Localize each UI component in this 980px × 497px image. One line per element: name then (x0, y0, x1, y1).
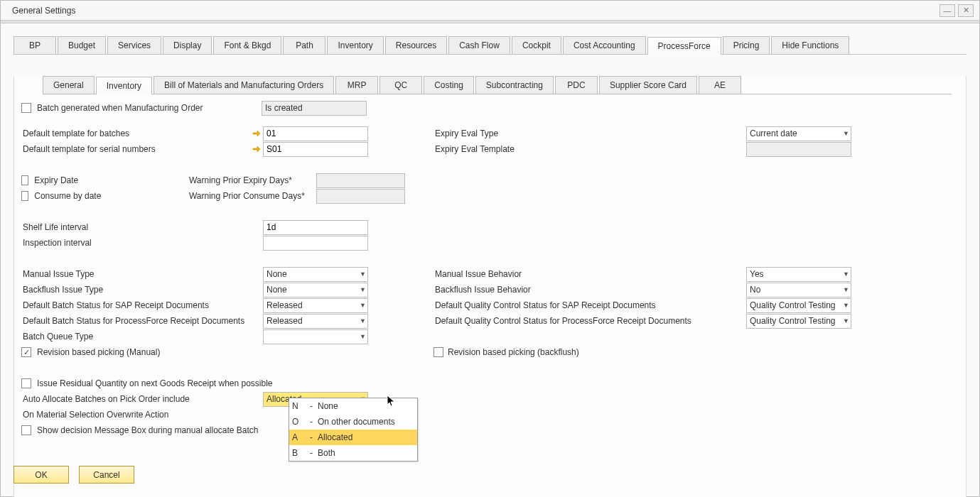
link-arrow-icon[interactable] (252, 129, 262, 138)
subtab-pdc[interactable]: PDC (555, 76, 598, 94)
expiry-eval-template-label: Expiry Eval Template (434, 144, 746, 154)
tab-resources[interactable]: Resources (385, 36, 447, 54)
inner-tab-bar: General Inventory Bill of Materials and … (43, 76, 952, 94)
expiry-eval-type-combo[interactable]: Current date ▼ (746, 126, 851, 141)
tab-path[interactable]: Path (283, 36, 325, 54)
warning-expiry-input[interactable] (316, 173, 405, 188)
subtab-supplier-score[interactable]: Supplier Score Card (599, 76, 697, 94)
inspection-interval-label: Inspection interval (21, 238, 263, 248)
expiry-eval-type-label: Expiry Eval Type (434, 129, 746, 138)
batch-generated-combo[interactable]: Is created (262, 101, 367, 116)
backflush-issue-behavior-combo[interactable]: No▼ (746, 283, 851, 297)
revision-backflush-checkbox[interactable] (434, 347, 443, 357)
tab-cashflow[interactable]: Cash Flow (448, 36, 510, 54)
window-title: General Settings (6, 6, 75, 16)
revision-manual-label: Revision based picking (Manual) (36, 347, 277, 357)
pf-batch-status-label: Default Batch Status for ProcessForce Re… (21, 316, 263, 326)
material-overwrite-label: On Material Selection Overwrite Action (21, 410, 263, 420)
manual-issue-type-combo[interactable]: None▼ (263, 267, 368, 282)
chevron-down-icon: ▼ (843, 286, 849, 293)
subtab-mrp[interactable]: MRP (335, 76, 378, 94)
tab-bp[interactable]: BP (14, 36, 56, 54)
chevron-down-icon: ▼ (843, 130, 849, 137)
warning-consume-input[interactable] (316, 189, 405, 204)
batch-queue-label: Batch Queue Type (21, 332, 263, 342)
default-template-serials-label: Default template for serial numbers (21, 144, 252, 154)
auto-allocate-dropdown: N - None O - On other documents A - Allo… (289, 398, 418, 462)
chevron-down-icon: ▼ (360, 286, 366, 293)
revision-backflush-label: Revision based picking (backflush) (448, 347, 579, 357)
backflush-issue-type-label: Backflush Issue Type (21, 285, 263, 295)
manual-issue-behavior-label: Manual Issue Behavior (434, 269, 746, 279)
tab-processforce[interactable]: ProcessForce (647, 37, 721, 55)
manual-issue-type-label: Manual Issue Type (21, 269, 263, 279)
sap-batch-status-label: Default Batch Status for SAP Receipt Doc… (21, 300, 263, 310)
chevron-down-icon: ▼ (360, 317, 366, 324)
subtab-general[interactable]: General (43, 76, 95, 94)
dropdown-option-allocated[interactable]: A - Allocated (289, 430, 417, 445)
batch-generated-checkbox[interactable] (21, 103, 31, 113)
consume-by-label: Consume by date (33, 191, 189, 201)
chevron-down-icon: ▼ (360, 271, 366, 278)
subtab-subcontracting[interactable]: Subcontracting (475, 76, 554, 94)
tab-display[interactable]: Display (163, 36, 212, 54)
auto-allocate-label: Auto Allocate Batches on Pick Order incl… (21, 394, 263, 404)
dropdown-option-other[interactable]: O - On other documents (289, 414, 417, 430)
backflush-issue-behavior-label: Backflush Issue Behavior (434, 285, 746, 295)
tab-pricing[interactable]: Pricing (723, 36, 770, 54)
expiry-date-label: Expiry Date (33, 175, 189, 185)
issue-residual-checkbox[interactable] (21, 378, 31, 388)
general-settings-window: General Settings — ✕ BP Budget Services … (0, 0, 980, 497)
subtab-costing[interactable]: Costing (424, 76, 474, 94)
chevron-down-icon: ▼ (843, 317, 849, 324)
tab-cost-accounting[interactable]: Cost Accounting (563, 36, 646, 54)
warning-expiry-label: Warning Prior Expiry Days* (189, 175, 316, 185)
qc-sap-combo[interactable]: Quality Control Testing▼ (746, 298, 851, 313)
tab-budget[interactable]: Budget (58, 36, 106, 54)
expiry-eval-template-combo[interactable] (746, 142, 851, 157)
close-button[interactable]: ✕ (958, 4, 974, 17)
settings-panel: General Inventory Bill of Materials and … (14, 76, 966, 497)
link-arrow-icon[interactable] (252, 144, 262, 154)
qc-pf-label: Default Quality Control Status for Proce… (434, 316, 746, 326)
chevron-down-icon: ▼ (360, 333, 366, 340)
inspection-interval-input[interactable] (263, 236, 368, 251)
subtab-qc[interactable]: QC (379, 76, 422, 94)
tab-cockpit[interactable]: Cockpit (512, 36, 561, 54)
shelf-life-label: Shelf Life interval (21, 222, 263, 232)
expiry-date-checkbox[interactable] (21, 175, 28, 185)
dropdown-option-none[interactable]: N - None (289, 398, 417, 414)
tab-services[interactable]: Services (107, 36, 161, 54)
consume-by-checkbox[interactable] (21, 191, 28, 201)
subtab-inventory[interactable]: Inventory (96, 77, 152, 94)
issue-residual-label: Issue Residual Quantity on next Goods Re… (36, 378, 391, 388)
manual-issue-behavior-combo[interactable]: Yes▼ (746, 267, 851, 282)
qc-sap-label: Default Quality Control Status for SAP R… (434, 300, 746, 310)
subtab-bom[interactable]: Bill of Materials and Manufacturing Orde… (154, 76, 334, 94)
tab-inventory-outer[interactable]: Inventory (327, 36, 383, 54)
batch-queue-combo[interactable]: ▼ (263, 329, 368, 344)
tab-font-bkgd[interactable]: Font & Bkgd (213, 36, 281, 54)
backflush-issue-type-combo[interactable]: None▼ (263, 283, 368, 297)
show-decision-checkbox[interactable] (21, 425, 31, 435)
subtab-ae[interactable]: AE (699, 76, 741, 94)
outer-tab-bar: BP Budget Services Display Font & Bkgd P… (14, 36, 966, 55)
dropdown-option-both[interactable]: B - Both (289, 445, 417, 461)
default-template-serials-input[interactable] (263, 142, 368, 157)
batch-generated-label: Batch generated when Manufacturing Order (36, 103, 262, 113)
chevron-down-icon: ▼ (360, 302, 366, 309)
chevron-down-icon: ▼ (843, 271, 849, 278)
shelf-life-input[interactable] (263, 220, 368, 235)
default-template-batches-label: Default template for batches (21, 129, 252, 138)
sap-batch-status-combo[interactable]: Released▼ (263, 298, 368, 313)
revision-manual-checkbox[interactable] (21, 347, 31, 357)
warning-consume-label: Warning Prior Consume Days* (189, 191, 316, 201)
minimize-button[interactable]: — (939, 4, 955, 17)
qc-pf-combo[interactable]: Quality Control Testing▼ (746, 314, 851, 329)
pf-batch-status-combo[interactable]: Released▼ (263, 314, 368, 329)
titlebar: General Settings — ✕ (1, 1, 979, 21)
default-template-batches-input[interactable] (263, 126, 368, 141)
cancel-button[interactable]: Cancel (79, 466, 134, 484)
tab-hide-functions[interactable]: Hide Functions (771, 36, 849, 54)
ok-button[interactable]: OK (14, 466, 69, 484)
